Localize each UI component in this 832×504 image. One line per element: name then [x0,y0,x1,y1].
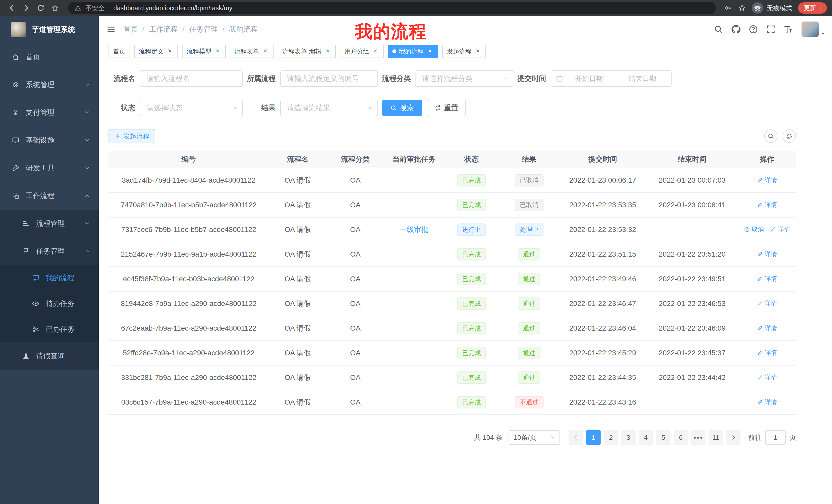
detail-link[interactable]: 详情 [757,250,777,258]
detail-link[interactable]: 详情 [770,225,790,233]
goto-page-input[interactable] [765,430,786,445]
page-button-5[interactable]: 5 [656,430,671,445]
detail-link[interactable]: 详情 [757,201,777,209]
github-icon[interactable] [731,25,740,34]
close-icon[interactable]: × [262,48,269,55]
browser-menu-icon[interactable] [817,5,824,11]
sidebar-item-process-mgmt[interactable]: 流程管理 [0,209,99,237]
detail-label: 详情 [765,299,777,307]
cell-result: 已取消 [499,193,559,217]
tab-user-group[interactable]: 用户分组× [340,45,384,58]
sidebar-item-leave-query[interactable]: 请假查询 [0,342,99,370]
sidebar-item-todo-tasks[interactable]: 待办任务 [0,291,99,316]
detail-link[interactable]: 详情 [757,299,777,307]
breadcrumb-item[interactable]: 任务管理 [189,24,218,34]
password-key-icon[interactable] [724,4,732,12]
close-icon[interactable]: × [324,48,331,55]
sidebar-item-home[interactable]: 首页 [0,43,99,71]
page-button-1[interactable]: 1 [586,430,601,445]
detail-link[interactable]: 详情 [757,176,777,184]
detail-link[interactable]: 详情 [757,398,777,406]
tab-home[interactable]: 首页 [108,45,130,58]
browser-update-button[interactable]: 更新 [798,2,827,13]
tab-process-form[interactable]: 流程表单× [230,45,274,58]
sidebar-item-workflow[interactable]: 工作流程 [0,182,99,209]
result-select[interactable] [280,100,378,116]
breadcrumb-item[interactable]: 工作流程 [149,24,178,34]
browser-reload-button[interactable] [34,1,47,15]
toggle-search-button[interactable] [764,130,778,143]
start-process-button[interactable]: 发起流程 [108,129,155,143]
help-icon[interactable] [749,25,758,34]
search-icon[interactable] [714,25,723,34]
page-button-6[interactable]: 6 [674,430,688,445]
detail-link[interactable]: 详情 [757,348,777,357]
close-icon[interactable]: × [214,48,221,55]
fullscreen-icon[interactable] [766,25,775,34]
status-badge: 已完成 [457,322,486,334]
page-button-3[interactable]: 3 [621,430,635,445]
cell-status: 已完成 [444,168,499,193]
table-row: 819442e8-7b9a-11ec-a290-acde48001122OA 请… [108,291,796,316]
close-icon[interactable]: × [372,48,379,55]
category-select[interactable] [415,71,513,87]
cancel-link[interactable]: 取消 [744,225,764,233]
sidebar-item-system-mgmt[interactable]: 系统管理 [0,71,99,99]
browser-back-button[interactable] [5,1,19,15]
content: 流程名 所属流程 流程分类 提交时间 [99,60,832,504]
tab-my-process[interactable]: 我的流程× [388,45,438,58]
prev-page-button[interactable] [569,430,583,445]
sidebar-item-task-mgmt[interactable]: 任务管理 [0,237,99,265]
close-icon[interactable]: × [474,48,481,55]
breadcrumb-item[interactable]: 首页 [123,24,138,34]
bookmark-star-icon[interactable] [738,4,746,12]
result-field[interactable] [281,100,378,116]
close-icon[interactable]: × [166,48,173,55]
tab-process-model[interactable]: 流程模型× [182,45,226,58]
cell-category: OA [327,193,384,217]
detail-link[interactable]: 详情 [757,324,777,332]
refresh-table-button[interactable] [783,130,796,143]
browser-home-button[interactable] [48,1,62,15]
page-button-2[interactable]: 2 [604,430,618,445]
user-avatar-dropdown[interactable] [801,21,826,37]
tab-start-process[interactable]: 发起流程× [442,45,486,58]
category-field[interactable] [416,71,513,86]
page-button-11[interactable]: 11 [709,430,723,445]
browser-forward-button[interactable] [20,1,33,15]
process-definition-input[interactable] [280,71,378,87]
sidebar-item-done-tasks[interactable]: 已办任务 [0,316,99,342]
search-button[interactable]: 搜索 [382,100,422,116]
next-page-button[interactable] [726,430,740,445]
breadcrumb-item[interactable]: 我的流程 [229,24,258,34]
detail-link[interactable]: 详情 [757,373,777,382]
process-name-input[interactable] [140,71,243,87]
logo[interactable]: 芋道管理系统 [0,16,99,43]
close-icon[interactable]: × [426,48,434,55]
end-date-placeholder[interactable]: 结束日期 [619,74,667,83]
cell-current-task [384,168,444,193]
process-name-field[interactable] [140,71,242,86]
detail-link[interactable]: 详情 [757,275,777,283]
tab-process-definition[interactable]: 流程定义× [134,45,178,58]
sidebar-item-dev-tools[interactable]: 研发工具 [0,154,99,182]
sidebar-item-my-process[interactable]: 我的流程 [0,265,99,291]
start-date-placeholder[interactable]: 开始日期 [565,74,613,83]
current-task-link[interactable]: 一级审批 [399,226,428,233]
tab-label: 流程模型 [187,47,211,55]
more-pages-button[interactable]: ●●● [691,430,705,445]
page-size-select[interactable]: 10条/页 [509,430,560,445]
font-size-icon[interactable] [784,25,793,34]
sidebar-item-infrastructure[interactable]: 基础设施 [0,127,99,154]
address-bar[interactable]: 不安全 dashboard.yudao.iocoder.cn/bpm/task/… [68,2,716,14]
tab-process-form-edit[interactable]: 流程表单-编辑× [278,45,336,58]
page-button-4[interactable]: 4 [639,430,653,445]
sidebar-item-payment-mgmt[interactable]: 支付管理 [0,99,99,127]
status-field[interactable] [140,100,242,116]
status-badge: 已完成 [457,248,486,260]
sidebar-toggle-button[interactable] [99,25,123,34]
process-definition-field[interactable] [281,71,378,86]
reset-button[interactable]: 重置 [427,100,466,116]
submit-time-range-picker[interactable]: 开始日期 - 结束日期 [551,71,672,87]
status-select[interactable] [140,100,243,116]
